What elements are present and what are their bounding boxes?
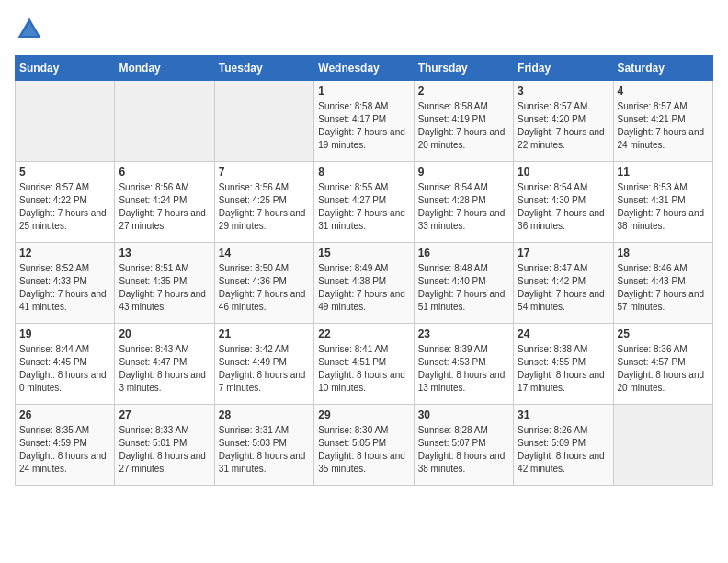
day-number: 15 xyxy=(318,247,409,259)
day-cell: 11 Sunrise: 8:53 AMSunset: 4:31 PMDaylig… xyxy=(613,162,712,243)
day-info: Sunrise: 8:58 AMSunset: 4:19 PMDaylight:… xyxy=(418,100,509,152)
day-header-tuesday: Tuesday xyxy=(214,56,313,81)
day-cell xyxy=(214,81,313,162)
day-number: 23 xyxy=(418,327,509,340)
day-number: 26 xyxy=(19,408,110,421)
week-row-1: 1 Sunrise: 8:58 AMSunset: 4:17 PMDayligh… xyxy=(16,81,713,162)
day-cell: 3 Sunrise: 8:57 AMSunset: 4:20 PMDayligh… xyxy=(514,81,613,162)
day-number: 2 xyxy=(418,85,509,98)
day-cell: 8 Sunrise: 8:55 AMSunset: 4:27 PMDayligh… xyxy=(314,162,414,243)
day-number: 25 xyxy=(618,327,709,340)
day-info: Sunrise: 8:42 AMSunset: 4:49 PMDaylight:… xyxy=(219,343,310,395)
day-number: 14 xyxy=(219,247,310,259)
day-cell: 29 Sunrise: 8:30 AMSunset: 5:05 PMDaylig… xyxy=(314,405,414,486)
day-number: 5 xyxy=(19,166,110,178)
day-cell: 26 Sunrise: 8:35 AMSunset: 4:59 PMDaylig… xyxy=(16,405,115,486)
day-number: 7 xyxy=(219,166,310,178)
day-cell: 4 Sunrise: 8:57 AMSunset: 4:21 PMDayligh… xyxy=(613,81,712,162)
day-number: 30 xyxy=(418,408,509,421)
day-info: Sunrise: 8:44 AMSunset: 4:45 PMDaylight:… xyxy=(19,343,110,395)
day-header-sunday: Sunday xyxy=(16,56,115,81)
page-header xyxy=(15,15,713,44)
day-info: Sunrise: 8:39 AMSunset: 4:53 PMDaylight:… xyxy=(418,343,509,395)
day-number: 6 xyxy=(119,166,210,178)
day-cell: 12 Sunrise: 8:52 AMSunset: 4:33 PMDaylig… xyxy=(16,243,115,324)
day-header-friday: Friday xyxy=(514,56,613,81)
day-info: Sunrise: 8:52 AMSunset: 4:33 PMDaylight:… xyxy=(19,262,110,314)
day-cell: 31 Sunrise: 8:26 AMSunset: 5:09 PMDaylig… xyxy=(514,405,613,486)
week-row-5: 26 Sunrise: 8:35 AMSunset: 4:59 PMDaylig… xyxy=(16,405,713,486)
day-number: 1 xyxy=(318,85,409,98)
day-info: Sunrise: 8:54 AMSunset: 4:28 PMDaylight:… xyxy=(418,181,509,233)
day-cell xyxy=(16,81,115,162)
day-info: Sunrise: 8:46 AMSunset: 4:43 PMDaylight:… xyxy=(618,262,709,314)
day-info: Sunrise: 8:47 AMSunset: 4:42 PMDaylight:… xyxy=(518,262,609,314)
day-cell: 15 Sunrise: 8:49 AMSunset: 4:38 PMDaylig… xyxy=(314,243,414,324)
day-cell: 6 Sunrise: 8:56 AMSunset: 4:24 PMDayligh… xyxy=(115,162,214,243)
day-cell: 10 Sunrise: 8:54 AMSunset: 4:30 PMDaylig… xyxy=(514,162,613,243)
day-cell: 20 Sunrise: 8:43 AMSunset: 4:47 PMDaylig… xyxy=(115,324,214,405)
logo-icon xyxy=(15,15,44,44)
day-header-wednesday: Wednesday xyxy=(314,56,414,81)
day-cell: 30 Sunrise: 8:28 AMSunset: 5:07 PMDaylig… xyxy=(414,405,513,486)
day-info: Sunrise: 8:57 AMSunset: 4:22 PMDaylight:… xyxy=(19,181,110,233)
day-info: Sunrise: 8:35 AMSunset: 4:59 PMDaylight:… xyxy=(19,424,110,476)
day-cell: 5 Sunrise: 8:57 AMSunset: 4:22 PMDayligh… xyxy=(16,162,115,243)
day-header-saturday: Saturday xyxy=(613,56,712,81)
day-number: 29 xyxy=(318,408,409,421)
day-info: Sunrise: 8:49 AMSunset: 4:38 PMDaylight:… xyxy=(318,262,409,314)
day-info: Sunrise: 8:31 AMSunset: 5:03 PMDaylight:… xyxy=(219,424,310,476)
day-info: Sunrise: 8:43 AMSunset: 4:47 PMDaylight:… xyxy=(119,343,210,395)
day-info: Sunrise: 8:41 AMSunset: 4:51 PMDaylight:… xyxy=(318,343,409,395)
day-cell: 9 Sunrise: 8:54 AMSunset: 4:28 PMDayligh… xyxy=(414,162,513,243)
day-info: Sunrise: 8:56 AMSunset: 4:24 PMDaylight:… xyxy=(119,181,210,233)
week-row-3: 12 Sunrise: 8:52 AMSunset: 4:33 PMDaylig… xyxy=(16,243,713,324)
day-info: Sunrise: 8:33 AMSunset: 5:01 PMDaylight:… xyxy=(119,424,210,476)
day-number: 22 xyxy=(318,327,409,340)
logo xyxy=(15,15,48,44)
day-info: Sunrise: 8:28 AMSunset: 5:07 PMDaylight:… xyxy=(418,424,509,476)
day-info: Sunrise: 8:57 AMSunset: 4:20 PMDaylight:… xyxy=(518,100,609,152)
day-info: Sunrise: 8:30 AMSunset: 5:05 PMDaylight:… xyxy=(318,424,409,476)
day-number: 3 xyxy=(518,85,609,98)
day-info: Sunrise: 8:53 AMSunset: 4:31 PMDaylight:… xyxy=(618,181,709,233)
day-cell: 14 Sunrise: 8:50 AMSunset: 4:36 PMDaylig… xyxy=(214,243,313,324)
day-info: Sunrise: 8:26 AMSunset: 5:09 PMDaylight:… xyxy=(518,424,609,476)
day-info: Sunrise: 8:50 AMSunset: 4:36 PMDaylight:… xyxy=(219,262,310,314)
day-info: Sunrise: 8:38 AMSunset: 4:55 PMDaylight:… xyxy=(518,343,609,395)
day-number: 8 xyxy=(318,166,409,178)
day-number: 31 xyxy=(518,408,609,421)
day-header-monday: Monday xyxy=(115,56,214,81)
day-number: 27 xyxy=(119,408,210,421)
day-number: 28 xyxy=(219,408,310,421)
day-info: Sunrise: 8:36 AMSunset: 4:57 PMDaylight:… xyxy=(618,343,709,395)
calendar-table: SundayMondayTuesdayWednesdayThursdayFrid… xyxy=(15,55,713,486)
day-info: Sunrise: 8:55 AMSunset: 4:27 PMDaylight:… xyxy=(318,181,409,233)
day-cell: 16 Sunrise: 8:48 AMSunset: 4:40 PMDaylig… xyxy=(414,243,513,324)
day-info: Sunrise: 8:56 AMSunset: 4:25 PMDaylight:… xyxy=(219,181,310,233)
day-cell: 27 Sunrise: 8:33 AMSunset: 5:01 PMDaylig… xyxy=(115,405,214,486)
day-info: Sunrise: 8:54 AMSunset: 4:30 PMDaylight:… xyxy=(518,181,609,233)
day-number: 13 xyxy=(119,247,210,259)
day-cell: 23 Sunrise: 8:39 AMSunset: 4:53 PMDaylig… xyxy=(414,324,513,405)
day-cell: 21 Sunrise: 8:42 AMSunset: 4:49 PMDaylig… xyxy=(214,324,313,405)
week-row-2: 5 Sunrise: 8:57 AMSunset: 4:22 PMDayligh… xyxy=(16,162,713,243)
day-info: Sunrise: 8:48 AMSunset: 4:40 PMDaylight:… xyxy=(418,262,509,314)
day-header-thursday: Thursday xyxy=(414,56,513,81)
day-number: 20 xyxy=(119,327,210,340)
day-cell: 17 Sunrise: 8:47 AMSunset: 4:42 PMDaylig… xyxy=(514,243,613,324)
day-cell: 13 Sunrise: 8:51 AMSunset: 4:35 PMDaylig… xyxy=(115,243,214,324)
day-number: 19 xyxy=(19,327,110,340)
day-cell: 19 Sunrise: 8:44 AMSunset: 4:45 PMDaylig… xyxy=(16,324,115,405)
day-number: 21 xyxy=(219,327,310,340)
day-cell xyxy=(115,81,214,162)
week-row-4: 19 Sunrise: 8:44 AMSunset: 4:45 PMDaylig… xyxy=(16,324,713,405)
day-info: Sunrise: 8:57 AMSunset: 4:21 PMDaylight:… xyxy=(618,100,709,152)
day-cell: 1 Sunrise: 8:58 AMSunset: 4:17 PMDayligh… xyxy=(314,81,414,162)
day-number: 18 xyxy=(618,247,709,259)
day-cell: 18 Sunrise: 8:46 AMSunset: 4:43 PMDaylig… xyxy=(613,243,712,324)
day-info: Sunrise: 8:58 AMSunset: 4:17 PMDaylight:… xyxy=(318,100,409,152)
day-cell: 2 Sunrise: 8:58 AMSunset: 4:19 PMDayligh… xyxy=(414,81,513,162)
day-info: Sunrise: 8:51 AMSunset: 4:35 PMDaylight:… xyxy=(119,262,210,314)
day-number: 9 xyxy=(418,166,509,178)
